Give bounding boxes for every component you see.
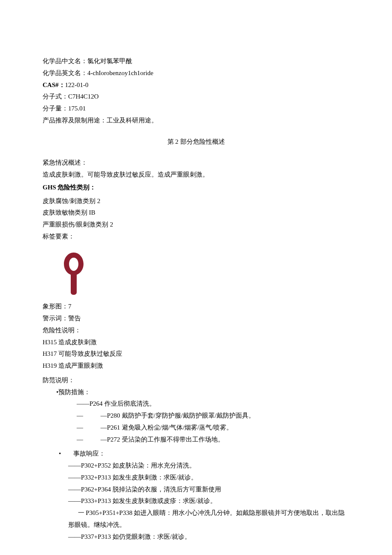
precaution-label: 防范说明： — [43, 375, 349, 386]
en-name-row: 化学品英文名：4-chIorobenzoy1ch1oride — [43, 67, 349, 79]
en-name-label: 化学品英文名： — [43, 70, 87, 76]
label-elements: 标签要素： — [43, 231, 349, 243]
ghs-cat3: 严重眼损伤/眼刺激类别 2 — [43, 219, 349, 231]
formula-label: 分子式： — [43, 93, 68, 100]
r2: ——P332+P313 如发生皮肤刺激：求医/就诊。 — [43, 472, 349, 484]
cas-value: 122-01-0 — [65, 81, 89, 88]
p272-text: —P272 受沾染的工作服不得带出工作场地。 — [101, 434, 224, 446]
p280-dash: — — [77, 410, 101, 422]
p261-text: —P261 避免吸入粉尘/烟/气体/烟雾/蒸气/喷雾。 — [101, 422, 233, 434]
use-value: 工业及科研用途。 — [107, 117, 158, 124]
r5: 一 P305+P351+P338 如进入眼睛：用水小心冲洗几分钟。如戴隐形眼镜并… — [43, 507, 349, 531]
section2-title: 第 2 部分危险性概述 — [43, 136, 349, 148]
h319: H319 造成严重眼刺激 — [43, 360, 349, 372]
p272-dash: — — [77, 434, 101, 446]
p280-row: — —P280 戴防护手套/穿防护服/戴防护眼罩/戴防护面具。 — [43, 410, 349, 422]
response-bullet: • — [56, 448, 73, 460]
cn-name-label: 化学品中文名： — [43, 58, 87, 64]
cas-label: CAS#： — [43, 81, 65, 88]
response-label: 事故响应： — [73, 448, 105, 460]
pictogram-icon — [55, 246, 349, 299]
pictogram-value: 7 — [68, 303, 72, 310]
signal-row: 警示词：警告 — [43, 313, 349, 325]
mw-value: 175.01 — [68, 105, 86, 112]
formula-value: C7H4C12O — [68, 93, 99, 100]
pictogram-label: 象形图： — [43, 303, 68, 310]
hazard-label: 危险性说明： — [43, 325, 349, 337]
cn-name-value: 氯化对氯苯甲酰 — [87, 58, 132, 64]
use-row: 产品推荐及限制用途：工业及科研用途。 — [43, 115, 349, 127]
signal-value: 警告 — [68, 315, 81, 322]
p261-row: — —P261 避免吸入粉尘/烟/气体/烟雾/蒸气/喷雾。 — [43, 422, 349, 434]
emergency-label: 紧急情况概述： — [43, 157, 349, 169]
cas-row: CAS#：122-01-0 — [43, 79, 349, 91]
r4: ——P333+P313 如发生皮肤刺激或皮疹：求医/就诊。 — [43, 495, 349, 507]
h315: H315 造成皮肤刺激 — [43, 337, 349, 349]
cn-name-row: 化学品中文名：氯化对氯苯甲酰 — [43, 55, 349, 67]
ghs-label: GHS 危险性类别： — [43, 182, 349, 194]
r6: ——P337+P313 如仍觉眼刺激：求医/就诊。 — [43, 531, 349, 543]
identity-block: 化学品中文名：氯化对氯苯甲酰 化学品英文名：4-chIorobenzoy1ch1… — [43, 55, 349, 127]
ghs-cat1: 皮肤腐蚀/刺激类别 2 — [43, 195, 349, 207]
signal-label: 警示词： — [43, 315, 68, 322]
p261-dash: — — [77, 422, 101, 434]
mw-row: 分子量：175.01 — [43, 103, 349, 115]
response-header: • 事故响应： — [43, 448, 349, 460]
r1: ——P302+P352 如皮肤沾染：用水充分清洗。 — [43, 460, 349, 472]
r3: ——P362+P364 脱掉沾染的衣服，清洗后方可重新使用 — [43, 484, 349, 496]
p264: ——P264 作业后彻底清洗。 — [43, 398, 349, 410]
use-label: 产品推荐及限制用途： — [43, 117, 107, 124]
formula-row: 分子式：C7H4C12O — [43, 91, 349, 103]
p280-text: —P280 戴防护手套/穿防护服/戴防护眼罩/戴防护面具。 — [101, 410, 255, 422]
mw-label: 分子量： — [43, 105, 68, 112]
pictogram-row: 象形图：7 — [43, 301, 349, 313]
en-name-value: 4-chIorobenzoy1ch1oride — [87, 70, 153, 76]
h317: H317 可能导致皮肤过敏反应 — [43, 348, 349, 360]
emergency-text: 造成皮肤刺激。可能导致皮肤过敏反应。造成严重眼刺激。 — [43, 169, 349, 181]
ghs-cat2: 皮肤致敏物类别 IB — [43, 207, 349, 219]
p272-row: — —P272 受沾染的工作服不得带出工作场地。 — [43, 434, 349, 446]
prevention-label: •预防措施： — [43, 386, 349, 398]
